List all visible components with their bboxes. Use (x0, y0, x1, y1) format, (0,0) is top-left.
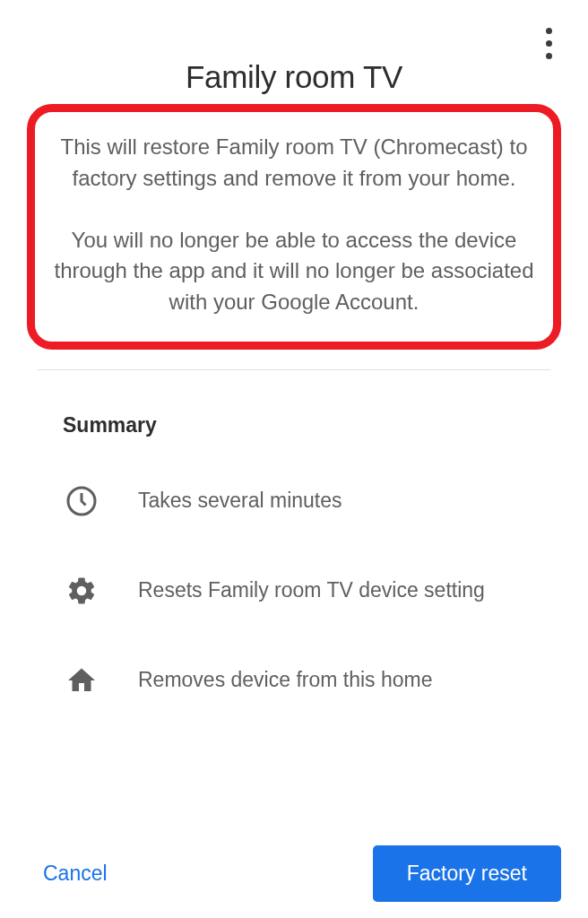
warning-annotation-box: This will restore Family room TV (Chrome… (27, 104, 561, 350)
factory-reset-button[interactable]: Factory reset (373, 845, 561, 902)
summary-item-label: Resets Family room TV device setting (138, 578, 485, 602)
gear-icon (63, 572, 100, 610)
page-title: Family room TV (0, 59, 588, 95)
home-icon (63, 662, 100, 699)
warning-paragraph-1: This will restore Family room TV (Chrome… (44, 132, 544, 195)
list-item: Resets Family room TV device setting (63, 572, 525, 610)
summary-item-label: Removes device from this home (138, 668, 433, 692)
header: Family room TV (0, 0, 588, 95)
summary-list: Takes several minutes Resets Family room… (63, 482, 525, 699)
warning-text: This will restore Family room TV (Chrome… (44, 132, 544, 318)
footer-actions: Cancel Factory reset (0, 845, 588, 902)
more-options-icon[interactable] (538, 25, 559, 61)
list-item: Removes device from this home (63, 662, 525, 699)
clock-icon (63, 482, 100, 520)
cancel-button[interactable]: Cancel (39, 849, 111, 898)
summary-item-label: Takes several minutes (138, 489, 342, 513)
summary-heading: Summary (63, 413, 525, 437)
warning-paragraph-2: You will no longer be able to access the… (44, 225, 544, 318)
list-item: Takes several minutes (63, 482, 525, 520)
summary-section: Summary Takes several minutes Resets Fam… (0, 370, 588, 699)
